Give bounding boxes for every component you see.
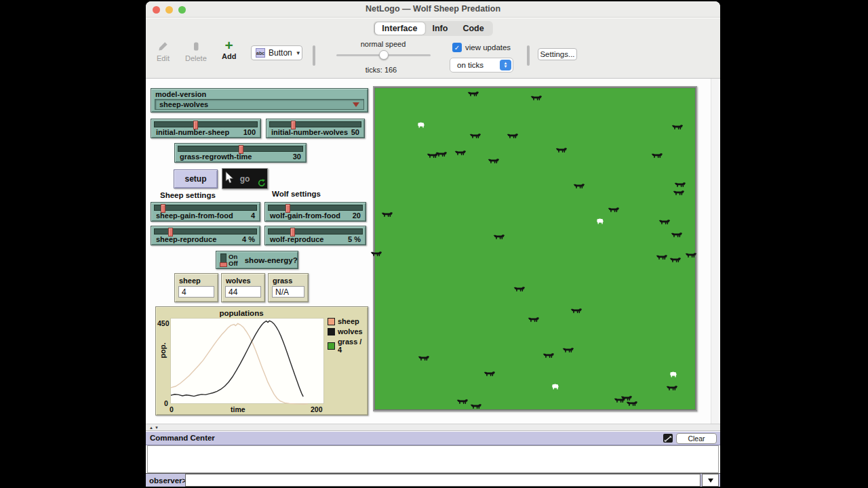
widget-type-dropdown[interactable]: abc Button ▼ [251, 45, 302, 60]
history-dropdown[interactable] [702, 474, 719, 487]
monitor-sheep: sheep 4 [174, 273, 218, 302]
interface-panel: model-version sheep-wolves initial-numbe… [146, 79, 720, 424]
switch-on-label: On [229, 253, 238, 260]
add-button[interactable]: + Add [222, 40, 236, 60]
tab-info[interactable]: Info [425, 22, 455, 35]
switch-label: show-energy? [245, 256, 298, 264]
letterbox-background: NetLogo — Wolf Sheep Predation Interface… [0, 0, 868, 488]
clear-button[interactable]: Clear [676, 433, 717, 444]
slider-grass-regrowth-time[interactable]: grass-regrowth-time30 [174, 143, 307, 163]
view-updates-checkbox-row: ✓ view updates [452, 43, 511, 52]
panel-splitter[interactable]: ▲▼ [146, 424, 720, 431]
tab-bar: Interface Info Code [373, 21, 492, 36]
speed-slider-thumb[interactable] [379, 50, 389, 60]
toolbar-separator [313, 45, 315, 66]
monitor-grass: grass N/A [268, 273, 309, 302]
abc-widget-icon: abc [256, 48, 265, 58]
populations-plot: populations 450 0 pop. 0 200 time sheep … [155, 306, 368, 415]
observer-prompt: observer> [146, 474, 189, 487]
command-input[interactable] [185, 474, 701, 487]
slider-wolf-gain-from-food[interactable]: wolf-gain-from-food20 [264, 202, 366, 222]
plot-canvas [171, 319, 325, 405]
y-axis-label: pop. [159, 342, 167, 358]
toolbar-strip: Interface Info Code Edit Delete + Add ab… [146, 18, 720, 79]
slider-wolf-reproduce[interactable]: wolf-reproduce5 % [264, 226, 366, 245]
wolf-sprite [574, 182, 585, 190]
slider-sheep-reproduce[interactable]: sheep-reproduce4 % [151, 226, 260, 245]
view-updates-label: view updates [465, 43, 511, 52]
eraser-icon [191, 41, 201, 53]
world-view [373, 86, 697, 411]
slider-sheep-gain-from-food[interactable]: sheep-gain-from-food4 [151, 202, 260, 222]
widget-type-value: Button [269, 48, 292, 58]
sheep-sprite [669, 371, 679, 379]
tab-code[interactable]: Code [455, 22, 491, 35]
wolf-sprite [675, 181, 686, 188]
wolf-sprite [658, 219, 670, 226]
wolf-sprite [436, 151, 448, 159]
sheep-sprite [416, 121, 427, 129]
legend-item-sheep: sheep [328, 317, 368, 325]
netlogo-window: NetLogo — Wolf Sheep Predation Interface… [146, 1, 720, 487]
legend-swatch-sheep [328, 318, 335, 325]
vertical-scrollbar[interactable] [711, 79, 719, 424]
update-mode-value: on ticks [457, 61, 484, 69]
switch-handle[interactable] [220, 262, 227, 267]
switch-off-label: Off [229, 260, 238, 267]
wolf-sprite [542, 352, 554, 359]
wolf-sprite [514, 286, 526, 293]
setup-button[interactable]: setup [174, 169, 218, 188]
wolf-sprite [530, 94, 542, 102]
wolf-sprite [507, 133, 519, 140]
wolf-sprite [626, 400, 637, 407]
sheep-sprite [550, 383, 560, 391]
y-tick-min: 0 [164, 399, 168, 407]
wolf-sprite [467, 90, 479, 98]
speed-slider-label: normal speed [336, 40, 431, 48]
slider-initial-number-wolves[interactable]: initial-number-wolves50 [266, 119, 365, 138]
wolf-sprite [608, 207, 620, 214]
delete-button[interactable]: Delete [185, 41, 207, 62]
legend-swatch-wolves [328, 328, 335, 336]
legend-item-grass: grass / 4 [328, 338, 368, 354]
x-tick-min: 0 [170, 405, 174, 413]
tab-interface[interactable]: Interface [374, 22, 425, 35]
update-mode-select[interactable]: on ticks ▲▼ [450, 58, 513, 73]
chevron-down-icon [708, 479, 713, 483]
command-center-header: Command Center Clear [146, 432, 720, 445]
wolf-sprite [562, 346, 574, 354]
legend-item-wolves: wolves [328, 327, 368, 336]
wolf-sprite [470, 403, 481, 411]
stepper-icon: ▲▼ [500, 60, 511, 70]
wolf-sprite [484, 370, 495, 378]
model-version-chooser[interactable]: model-version sheep-wolves [151, 88, 368, 113]
y-tick-max: 450 [157, 319, 170, 327]
chooser-label: model-version [151, 89, 368, 98]
expand-icon[interactable] [663, 434, 673, 443]
wolf-sprite [370, 251, 382, 258]
wolf-sprite [671, 232, 683, 239]
settings-button[interactable]: Settings... [538, 48, 577, 60]
plot-area [170, 318, 324, 404]
wolf-sprite [381, 211, 393, 219]
splitter-arrows-icon: ▲▼ [149, 426, 160, 430]
sheep-settings-heading: Sheep settings [160, 191, 216, 199]
legend-swatch-grass [328, 342, 335, 350]
wolf-sprite [528, 317, 540, 324]
monitor-wolves: wolves 44 [221, 273, 265, 302]
wolf-sprite [656, 253, 668, 261]
plus-icon: + [225, 40, 233, 51]
speed-slider[interactable] [336, 54, 431, 56]
view-updates-checkbox[interactable]: ✓ [452, 43, 462, 52]
ticks-counter: ticks: 166 [334, 66, 429, 74]
show-energy-switch[interactable]: On Off show-energy? [216, 251, 298, 269]
wolf-sprite [673, 189, 685, 197]
switch-channel[interactable] [220, 253, 226, 267]
chevron-down-icon: ▼ [296, 50, 301, 56]
observer-row: observer> [146, 473, 720, 487]
slider-initial-number-sheep[interactable]: initial-number-sheep100 [151, 119, 261, 138]
wolf-sprite [494, 234, 505, 241]
edit-button[interactable]: Edit [157, 41, 170, 62]
window-title: NetLogo — Wolf Sheep Predation [146, 4, 720, 14]
chooser-value[interactable]: sheep-wolves [155, 99, 364, 110]
